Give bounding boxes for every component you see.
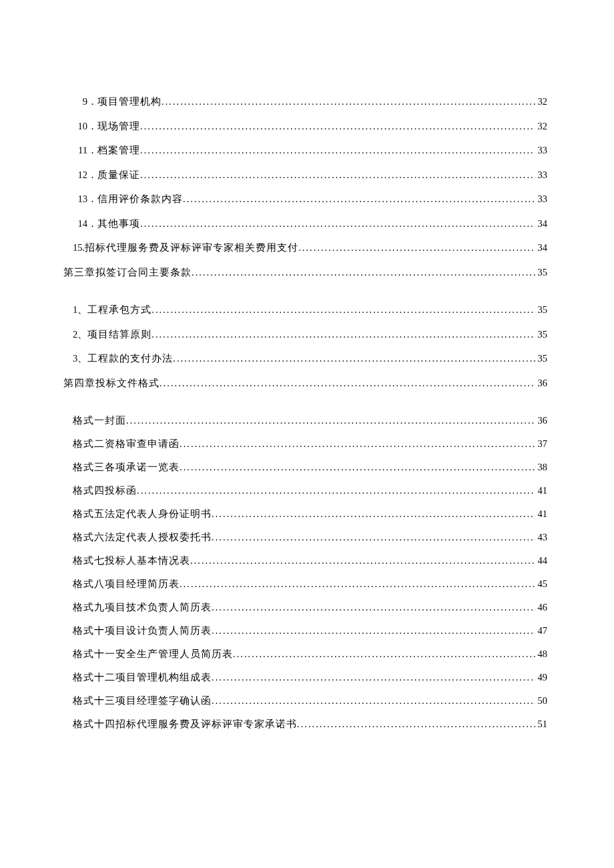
toc-entry-label: 招标代理服务费及评标评审专家相关费用支付: [85, 243, 298, 253]
toc-entry-label: 格式三各项承诺一览表: [73, 462, 180, 472]
toc-page: 9 ．项目管理机构3210 ．现场管理3211 ．档案管理3312 ．质量保证3…: [0, 0, 614, 868]
toc-entry: 14 ．其他事项34: [73, 219, 547, 229]
toc-leader-dots: [297, 719, 535, 729]
toc-leader-dots: [151, 305, 535, 315]
toc-leader-dots: [212, 602, 535, 612]
toc-entry: 格式四投标函41: [73, 486, 547, 496]
toc-chapter-3: 第三章拟签订合同主要条款 35: [63, 268, 547, 278]
toc-entry-page: 33: [535, 194, 548, 204]
toc-entry: 11 ．档案管理33: [73, 145, 547, 155]
toc-entry-number: 2、: [73, 330, 87, 340]
toc-entry-separator: ．: [87, 121, 97, 131]
toc-entry: 格式十二项目管理机构组成表49: [73, 673, 547, 683]
toc-leader-dots: [233, 649, 535, 659]
toc-entry-page: 35: [535, 268, 548, 278]
toc-leader-dots: [140, 170, 535, 180]
toc-entry-number: 14: [73, 219, 87, 229]
toc-entry-label: 格式八项目经理简历表: [73, 579, 180, 589]
toc-leader-dots: [180, 462, 535, 472]
toc-entry-label: 格式六法定代表人授权委托书: [73, 532, 212, 542]
toc-entry-separator: ．: [87, 219, 97, 229]
toc-entry-page: 34: [535, 219, 548, 229]
toc-entry: 格式三各项承诺一览表38: [73, 462, 547, 472]
toc-entry-label: 工程款的支付办法: [87, 354, 173, 364]
toc-leader-dots: [212, 509, 535, 519]
toc-entry: 格式五法定代表人身份证明书41: [73, 509, 547, 519]
toc-entry-number: 13: [73, 194, 87, 204]
toc-entry-page: 50: [535, 696, 548, 706]
toc-entry-page: 48: [535, 649, 548, 659]
toc-entry: 格式九项目技术负责人简历表46: [73, 602, 547, 612]
toc-leader-dots: [212, 532, 535, 542]
toc-entry-number: 1、: [73, 305, 87, 315]
toc-leader-dots: [212, 673, 535, 683]
toc-entry-page: 46: [535, 602, 548, 612]
toc-entry-page: 35: [535, 330, 548, 340]
toc-entry-page: 38: [535, 462, 548, 472]
toc-leader-dots: [162, 97, 535, 107]
toc-entry-label: 格式十一安全生产管理人员简历表: [73, 649, 233, 659]
toc-entry-number: 12: [73, 170, 87, 180]
toc-entry-number: 11: [73, 145, 87, 155]
toc-entry-page: 44: [535, 556, 548, 566]
toc-entry-page: 47: [535, 626, 548, 636]
toc-entry: 1、工程承包方式35: [73, 305, 547, 315]
toc-leader-dots: [140, 121, 535, 131]
toc-section-continued: 9 ．项目管理机构3210 ．现场管理3211 ．档案管理3312 ．质量保证3…: [63, 97, 547, 253]
toc-entry-label: 格式九项目技术负责人简历表: [73, 602, 212, 612]
toc-entry-number: 15.: [73, 243, 85, 253]
toc-leader-dots: [137, 486, 535, 496]
toc-entry-label: 格式七投标人基本情况表: [73, 556, 190, 566]
toc-entry: 格式十项目设计负责人简历表47: [73, 626, 547, 636]
toc-entry-page: 32: [535, 97, 548, 107]
toc-entry-page: 43: [535, 532, 548, 542]
toc-leader-dots: [173, 354, 535, 364]
toc-entry-label: 项目结算原则: [87, 330, 151, 340]
toc-entry-page: 35: [535, 354, 548, 364]
toc-entry-label: 格式一封面: [73, 416, 126, 426]
toc-entry-label: 档案管理: [97, 145, 140, 155]
toc-entry: 3、工程款的支付办法35: [73, 354, 547, 364]
toc-entry-label: 现场管理: [97, 121, 140, 131]
toc-entry-label: 格式十项目设计负责人简历表: [73, 626, 212, 636]
toc-entry: 10 ．现场管理32: [73, 121, 547, 131]
toc-entry-page: 34: [535, 243, 548, 253]
toc-entry-label: 格式四投标函: [73, 486, 137, 496]
toc-entry-label: 信用评价条款内容: [97, 194, 183, 204]
toc-entry-page: 33: [535, 145, 548, 155]
toc-leader-dots: [180, 579, 535, 589]
toc-entry: 12 ．质量保证33: [73, 170, 547, 180]
toc-entry-separator: ．: [87, 145, 97, 155]
toc-entry: 格式十四招标代理服务费及评标评审专家承诺书51: [73, 719, 547, 729]
toc-leader-dots: [180, 439, 535, 449]
toc-entry-number: 3、: [73, 354, 87, 364]
toc-entry-page: 49: [535, 673, 548, 683]
toc-entry: 格式十三项目经理签字确认函50: [73, 696, 547, 706]
toc-chapter-4-items: 格式一封面36格式二资格审查申请函37格式三各项承诺一览表38格式四投标函41格…: [63, 416, 547, 729]
toc-entry-page: 37: [535, 439, 548, 449]
toc-entry-label: 格式十四招标代理服务费及评标评审专家承诺书: [73, 719, 297, 729]
toc-entry-page: 33: [535, 170, 548, 180]
toc-entry-page: 41: [535, 486, 548, 496]
toc-leader-dots: [212, 626, 535, 636]
toc-entry: 9 ．项目管理机构32: [73, 97, 547, 107]
toc-chapter-3-items: 1、工程承包方式352、项目结算原则353、工程款的支付办法35: [63, 305, 547, 364]
toc-entry-separator: ．: [87, 194, 97, 204]
toc-leader-dots: [140, 145, 535, 155]
toc-entry-label: 质量保证: [97, 170, 140, 180]
toc-entry: 格式十一安全生产管理人员简历表48: [73, 649, 547, 659]
toc-leader-dots: [151, 330, 535, 340]
toc-entry-label: 第三章拟签订合同主要条款: [63, 268, 192, 278]
toc-entry: 格式七投标人基本情况表44: [73, 556, 547, 566]
toc-entry: 15.招标代理服务费及评标评审专家相关费用支付34: [73, 243, 547, 253]
toc-entry-separator: ．: [87, 97, 97, 107]
toc-leader-dots: [183, 194, 535, 204]
toc-entry-page: 45: [535, 579, 548, 589]
toc-entry: 格式一封面36: [73, 416, 547, 426]
toc-entry: 格式二资格审查申请函37: [73, 439, 547, 449]
toc-entry-label: 工程承包方式: [87, 305, 151, 315]
toc-entry-number: 9: [73, 97, 87, 107]
toc-entry-label: 格式十二项目管理机构组成表: [73, 673, 212, 683]
toc-leader-dots: [190, 556, 535, 566]
toc-entry: 13 ．信用评价条款内容33: [73, 194, 547, 204]
